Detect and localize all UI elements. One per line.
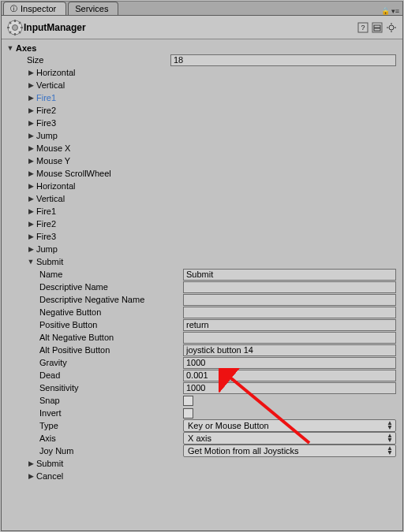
foldout-triangle-icon: ▼ bbox=[6, 44, 14, 52]
axis-item[interactable]: ▼Submit bbox=[14, 255, 401, 268]
component-title: InputManager bbox=[24, 22, 357, 33]
foldout-closed-icon: ▶ bbox=[27, 94, 35, 102]
field-input[interactable] bbox=[183, 332, 396, 344]
field-label: Gravity bbox=[27, 358, 183, 367]
gear-icon bbox=[6, 19, 24, 36]
field-label: Type bbox=[27, 421, 183, 430]
axis-item[interactable]: ▶Jump bbox=[14, 243, 401, 255]
field-input[interactable] bbox=[183, 370, 396, 381]
axis-item[interactable]: ▶Vertical bbox=[14, 79, 401, 91]
axis-item-label: Mouse ScrollWheel bbox=[36, 169, 111, 178]
dropdown-value: Get Motion from all Joysticks bbox=[188, 446, 299, 456]
dropdown-arrows-icon: ▲▼ bbox=[387, 446, 393, 456]
axis-item-label: Submit bbox=[36, 459, 63, 468]
dropdown-value: Key or Mouse Button bbox=[188, 421, 269, 430]
field-input[interactable] bbox=[183, 357, 396, 369]
field-label: Joy Num bbox=[27, 446, 183, 456]
axis-item[interactable]: ▶Horizontal bbox=[14, 66, 401, 79]
field-checkbox[interactable] bbox=[183, 396, 193, 406]
axis-item[interactable]: ▶Vertical bbox=[14, 192, 401, 205]
axis-item-label: Fire3 bbox=[36, 118, 56, 128]
foldout-closed-icon: ▶ bbox=[27, 157, 35, 165]
tab-menu-icon: ▾≡ bbox=[391, 7, 399, 15]
axis-item[interactable]: ▶Cancel bbox=[14, 470, 401, 482]
foldout-closed-icon: ▶ bbox=[27, 220, 35, 228]
svg-line-9 bbox=[19, 22, 21, 24]
field-input[interactable] bbox=[183, 281, 396, 293]
axis-item-label: Fire3 bbox=[36, 232, 56, 241]
field-label: Sensitivity bbox=[27, 383, 183, 392]
tab-inspector-label: Inspector bbox=[21, 4, 56, 13]
field-input[interactable] bbox=[183, 294, 396, 306]
svg-point-1 bbox=[13, 24, 18, 30]
foldout-closed-icon: ▶ bbox=[27, 144, 35, 152]
field-dropdown[interactable]: Key or Mouse Button▲▼ bbox=[183, 419, 396, 432]
field-label: Negative Button bbox=[27, 307, 183, 317]
field-label: Invert bbox=[27, 408, 183, 418]
field-label: Snap bbox=[27, 396, 183, 405]
field-dropdown[interactable]: Get Motion from all Joysticks▲▼ bbox=[183, 445, 396, 457]
settings-gear-icon[interactable] bbox=[385, 21, 398, 34]
foldout-closed-icon: ▶ bbox=[27, 69, 35, 76]
axis-item[interactable]: ▶Fire1 bbox=[14, 205, 401, 218]
axis-item[interactable]: ▶Jump bbox=[14, 129, 401, 142]
field-label: Descriptive Name bbox=[27, 282, 183, 292]
field-label: Descriptive Negative Name bbox=[27, 295, 183, 304]
axis-item[interactable]: ▶Fire2 bbox=[14, 104, 401, 117]
axis-item[interactable]: ▶Mouse X bbox=[14, 142, 401, 154]
field-input[interactable] bbox=[183, 269, 396, 281]
field-label: Positive Button bbox=[27, 320, 183, 329]
axis-item-label: Fire1 bbox=[36, 206, 56, 216]
foldout-closed-icon: ▶ bbox=[27, 132, 35, 140]
foldout-closed-icon: ▶ bbox=[27, 119, 35, 127]
field-label: Axis bbox=[27, 433, 183, 443]
svg-point-15 bbox=[389, 25, 394, 30]
field-label: Dead bbox=[27, 370, 183, 380]
help-button[interactable]: ? bbox=[357, 21, 369, 34]
foldout-closed-icon: ▶ bbox=[27, 472, 35, 480]
field-label: Alt Positive Button bbox=[27, 345, 183, 355]
lock-icon: 🔒 bbox=[381, 7, 390, 15]
axis-item-label: Vertical bbox=[36, 80, 65, 90]
foldout-closed-icon: ▶ bbox=[27, 233, 35, 240]
axis-item[interactable]: ▶Horizontal bbox=[14, 180, 401, 192]
axis-item[interactable]: ▶Mouse ScrollWheel bbox=[14, 167, 401, 180]
axis-item-label: Submit bbox=[36, 257, 63, 266]
lock-toggle[interactable]: 🔒 ▾≡ bbox=[378, 7, 402, 15]
foldout-closed-icon: ▶ bbox=[27, 182, 35, 190]
size-input[interactable] bbox=[170, 54, 396, 66]
axis-item-label: Horizontal bbox=[36, 181, 76, 191]
axis-item-label: Fire2 bbox=[36, 219, 56, 229]
dropdown-value: X axis bbox=[188, 433, 211, 443]
axis-item[interactable]: ▶Fire3 bbox=[14, 117, 401, 129]
axis-item-label: Horizontal bbox=[36, 68, 76, 77]
axis-item-label: Fire1 bbox=[36, 93, 56, 102]
svg-line-6 bbox=[9, 22, 11, 24]
dropdown-arrows-icon: ▲▼ bbox=[387, 421, 393, 430]
axis-item-label: Jump bbox=[36, 131, 58, 140]
dropdown-arrows-icon: ▲▼ bbox=[387, 433, 393, 443]
axis-item-label: Mouse X bbox=[36, 143, 70, 153]
foldout-open-icon: ▼ bbox=[27, 258, 35, 266]
axis-item[interactable]: ▶Fire3 bbox=[14, 230, 401, 243]
foldout-closed-icon: ▶ bbox=[27, 195, 35, 203]
preset-button[interactable] bbox=[371, 21, 383, 34]
field-checkbox[interactable] bbox=[183, 408, 193, 419]
axis-item-label: Cancel bbox=[36, 471, 63, 481]
svg-line-8 bbox=[9, 32, 11, 33]
tab-strip: ⓘ Inspector Services 🔒 ▾≡ bbox=[2, 2, 402, 16]
foldout-closed-icon: ▶ bbox=[27, 106, 35, 114]
field-input[interactable] bbox=[183, 344, 396, 356]
field-dropdown[interactable]: X axis▲▼ bbox=[183, 432, 396, 445]
tab-inspector[interactable]: ⓘ Inspector bbox=[3, 2, 66, 15]
axes-foldout[interactable]: ▼ Axes bbox=[3, 43, 401, 54]
field-input[interactable] bbox=[183, 382, 396, 394]
axis-item[interactable]: ▶Fire1 bbox=[14, 91, 401, 104]
field-input[interactable] bbox=[183, 319, 396, 331]
tab-services[interactable]: Services bbox=[68, 2, 118, 15]
axis-item[interactable]: ▶Fire2 bbox=[14, 218, 401, 230]
field-input[interactable] bbox=[183, 307, 396, 318]
axis-item[interactable]: ▶Submit bbox=[14, 457, 401, 470]
foldout-closed-icon: ▶ bbox=[27, 245, 35, 253]
axis-item[interactable]: ▶Mouse Y bbox=[14, 154, 401, 167]
